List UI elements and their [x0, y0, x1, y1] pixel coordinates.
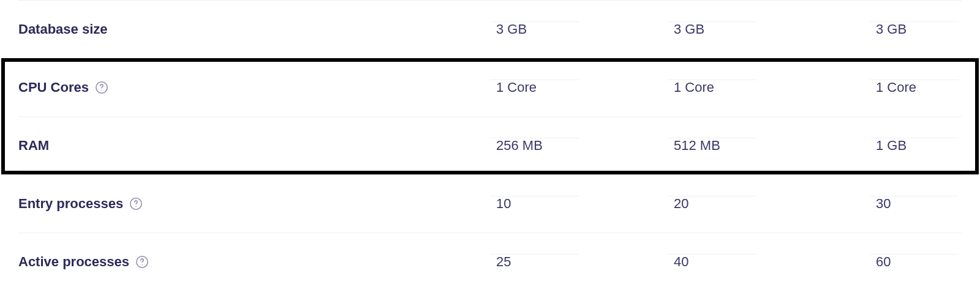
- row-label-ram: RAM: [18, 138, 496, 154]
- row-label-cpu-cores: CPU Cores: [18, 80, 496, 95]
- row-label-entry-processes: Entry processes: [18, 196, 496, 212]
- table-row: Database size 3 GB 3 GB 3 GB: [18, 0, 962, 58]
- table-row: RAM 256 MB 512 MB 1 GB: [18, 116, 962, 174]
- value-col3: 1 Core: [876, 80, 962, 95]
- value-col2: 20: [674, 196, 876, 212]
- value-col1: 10: [496, 196, 674, 212]
- svg-point-1: [101, 89, 102, 90]
- spec-comparison-table: Database size 3 GB 3 GB 3 GB CPU Cores 1…: [18, 0, 962, 291]
- value-col3: 60: [876, 254, 962, 270]
- label-text: Active processes: [18, 254, 129, 270]
- value-col2: 40: [674, 254, 876, 270]
- label-text: Entry processes: [18, 196, 123, 212]
- table-row: Entry processes 10 20 30: [18, 174, 962, 233]
- value-col3: 3 GB: [876, 21, 962, 37]
- value-col1: 25: [496, 254, 674, 270]
- value-col1: 3 GB: [496, 21, 674, 37]
- svg-point-3: [135, 206, 136, 207]
- value-col2: 512 MB: [674, 138, 876, 154]
- value-col2: 3 GB: [674, 21, 876, 37]
- help-icon[interactable]: [135, 255, 149, 269]
- label-text: CPU Cores: [18, 80, 89, 95]
- table-row: CPU Cores 1 Core 1 Core 1 Core: [18, 58, 962, 116]
- value-col3: 1 GB: [876, 138, 962, 154]
- value-col1: 1 Core: [496, 80, 674, 95]
- help-icon[interactable]: [95, 81, 108, 94]
- row-label-database-size: Database size: [18, 21, 496, 37]
- value-col2: 1 Core: [674, 80, 876, 95]
- help-icon[interactable]: [129, 197, 143, 211]
- table-row: Active processes 25 40 60: [18, 233, 962, 291]
- value-col1: 256 MB: [496, 138, 674, 154]
- row-label-active-processes: Active processes: [18, 254, 496, 270]
- label-text: RAM: [18, 138, 49, 154]
- svg-point-5: [141, 264, 142, 265]
- value-col3: 30: [876, 196, 962, 212]
- label-text: Database size: [18, 21, 108, 37]
